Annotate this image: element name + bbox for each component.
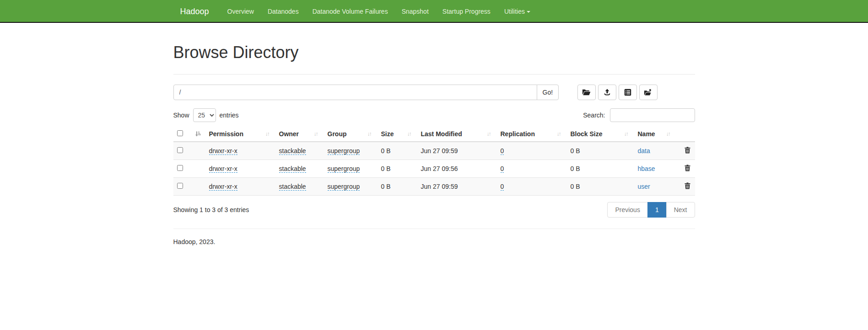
page-header: Browse Directory (173, 43, 695, 75)
block-size-value: 0 B (571, 165, 580, 172)
select-all-checkbox[interactable] (177, 130, 183, 136)
last-modified-cell: Jun 27 09:59 (417, 178, 497, 196)
explorer-action-buttons (577, 85, 658, 100)
delete-button[interactable] (685, 182, 690, 191)
block-size-value: 0 B (571, 147, 580, 154)
path-input-group: Go! (173, 85, 561, 100)
navbar: Hadoop Overview Datanodes Datanode Volum… (0, 0, 868, 23)
group-editable[interactable]: supergroup (328, 183, 360, 191)
header-last-modified[interactable]: Last Modified↓↑ (417, 127, 497, 142)
page-length-control: Show 25 entries (173, 108, 239, 122)
pagination-previous[interactable]: Previous (608, 202, 647, 218)
sort-icon: ↓↑ (265, 131, 269, 137)
row-checkbox[interactable] (177, 165, 183, 171)
size-cell: 0 B (377, 160, 417, 178)
header-group[interactable]: Group↓↑ (324, 127, 377, 142)
owner-editable[interactable]: stackable (279, 165, 306, 173)
last-modified-cell: Jun 27 09:59 (417, 142, 497, 160)
header-permission-label: Permission (209, 130, 243, 138)
owner-editable[interactable]: stackable (279, 147, 306, 155)
sort-icon: ↓↑ (557, 131, 561, 137)
replication-editable[interactable]: 0 (501, 147, 504, 155)
permission-editable[interactable]: drwxr-xr-x (209, 147, 237, 155)
header-name-label: Name (638, 130, 655, 138)
move-selected-button[interactable] (639, 85, 658, 100)
sort-icon: ↓↑ (407, 131, 411, 137)
utilities-label: Utilities (504, 8, 525, 15)
header-name[interactable]: Name↓↑ (634, 127, 681, 142)
search-input[interactable] (610, 108, 695, 122)
owner-editable[interactable]: stackable (279, 183, 306, 191)
table-body: drwxr-xr-x stackable supergroup 0 B Jun … (173, 142, 695, 196)
upload-icon (604, 89, 611, 96)
row-select-cell (173, 142, 205, 160)
upload-files-button[interactable] (598, 85, 616, 100)
delete-button[interactable] (685, 147, 690, 155)
folder-open-icon (582, 89, 591, 96)
path-bar: Go! (173, 85, 695, 100)
directory-link[interactable]: data (638, 147, 650, 154)
sort-attributes-icon (195, 131, 201, 138)
nav-item-snapshot[interactable]: Snapshot (395, 0, 436, 23)
group-cell: supergroup (324, 142, 377, 160)
pagination: Previous 1 Next (608, 202, 695, 218)
block-size-cell: 0 B (567, 178, 634, 196)
delete-button[interactable] (685, 165, 690, 173)
list-alt-icon (624, 89, 631, 96)
pagination-next[interactable]: Next (667, 202, 695, 218)
group-editable[interactable]: supergroup (328, 147, 360, 155)
directory-path-input[interactable] (173, 85, 537, 100)
navbar-brand[interactable]: Hadoop (173, 0, 216, 23)
select-all-header[interactable] (173, 127, 205, 142)
table-footer: Showing 1 to 3 of 3 entries Previous 1 N… (173, 202, 695, 218)
size-cell: 0 B (377, 142, 417, 160)
nav-item-utilities-dropdown[interactable]: Utilities (497, 0, 537, 23)
set-quota-button[interactable] (619, 85, 637, 100)
name-cell: user (634, 178, 681, 196)
nav-item-overview[interactable]: Overview (221, 0, 261, 23)
nav-item-datanodes[interactable]: Datanodes (261, 0, 306, 23)
permission-cell: drwxr-xr-x (205, 160, 275, 178)
navbar-menu: Overview Datanodes Datanode Volume Failu… (216, 0, 537, 23)
pagination-page-1[interactable]: 1 (648, 202, 667, 218)
group-cell: supergroup (324, 178, 377, 196)
header-actions (681, 127, 695, 142)
directory-link[interactable]: hbase (638, 165, 655, 172)
permission-editable[interactable]: drwxr-xr-x (209, 165, 237, 173)
header-permission[interactable]: Permission↓↑ (205, 127, 275, 142)
owner-cell: stackable (275, 142, 324, 160)
replication-editable[interactable]: 0 (501, 183, 504, 191)
group-editable[interactable]: supergroup (328, 165, 360, 173)
replication-cell: 0 (497, 142, 567, 160)
header-replication[interactable]: Replication↓↑ (497, 127, 567, 142)
create-directory-button[interactable] (577, 85, 596, 100)
directory-link[interactable]: user (638, 183, 650, 190)
header-block-size-label: Block Size (571, 130, 603, 138)
row-checkbox[interactable] (177, 147, 183, 153)
size-value: 0 B (381, 147, 391, 154)
owner-cell: stackable (275, 160, 324, 178)
size-cell: 0 B (377, 178, 417, 196)
row-checkbox[interactable] (177, 183, 183, 189)
nav-item-datanode-volume-failures[interactable]: Datanode Volume Failures (306, 0, 395, 23)
header-replication-label: Replication (501, 130, 535, 138)
block-size-cell: 0 B (567, 142, 634, 160)
last-modified-value: Jun 27 09:59 (421, 147, 458, 154)
replication-editable[interactable]: 0 (501, 165, 504, 173)
caret-down-icon (527, 11, 530, 13)
replication-cell: 0 (497, 178, 567, 196)
header-size[interactable]: Size↓↑ (377, 127, 417, 142)
header-owner-label: Owner (279, 130, 299, 138)
table-controls: Show 25 entries Search: (173, 108, 695, 122)
header-owner[interactable]: Owner↓↑ (275, 127, 324, 142)
size-value: 0 B (381, 183, 391, 190)
owner-cell: stackable (275, 178, 324, 196)
go-button[interactable]: Go! (537, 85, 559, 100)
last-modified-cell: Jun 27 09:56 (417, 160, 497, 178)
header-block-size[interactable]: Block Size↓↑ (567, 127, 634, 142)
page-length-select[interactable]: 25 (193, 108, 216, 122)
main-content: Browse Directory Go! (167, 43, 702, 245)
table-header-row: Permission↓↑ Owner↓↑ Group↓↑ Size↓↑ Last… (173, 127, 695, 142)
permission-editable[interactable]: drwxr-xr-x (209, 183, 237, 191)
nav-item-startup-progress[interactable]: Startup Progress (436, 0, 497, 23)
